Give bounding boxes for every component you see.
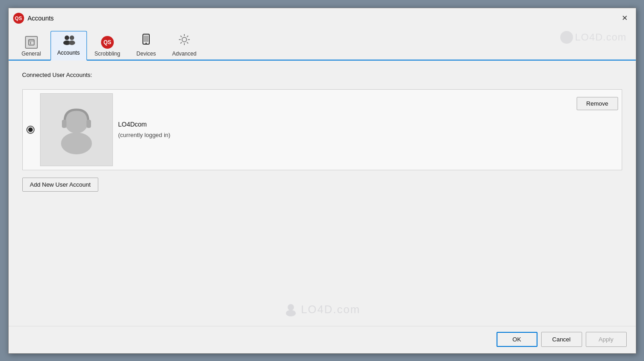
account-list: LO4Dcom (currently logged in) Remove — [22, 89, 622, 170]
watermark-bottom-text: LO4D.com — [301, 303, 360, 316]
avatar-image — [49, 102, 104, 157]
advanced-icon — [178, 33, 191, 49]
apply-button[interactable]: Apply — [586, 332, 627, 347]
tab-scrobbling-label: Scrobbling — [95, 51, 121, 57]
cancel-button[interactable]: Cancel — [541, 332, 582, 347]
watermark-logo-icon — [560, 31, 573, 44]
svg-line-21 — [180, 42, 182, 43]
settings-dialog: LO4D.com QS Accounts ✕ General — [8, 8, 636, 354]
tab-devices[interactable]: Devices — [128, 30, 164, 60]
svg-point-1 — [564, 38, 569, 41]
svg-point-27 — [286, 310, 296, 316]
svg-rect-2 — [29, 40, 34, 45]
bottom-watermark: LO4D.com — [22, 298, 622, 319]
close-button[interactable]: ✕ — [619, 13, 630, 24]
radio-inner — [28, 127, 33, 132]
svg-line-20 — [187, 36, 188, 37]
tab-devices-label: Devices — [137, 51, 156, 57]
account-radio[interactable] — [26, 126, 35, 134]
account-avatar — [40, 93, 113, 166]
account-status: (currently logged in) — [118, 132, 572, 138]
add-new-user-button[interactable]: Add New User Account — [22, 178, 99, 192]
scrobbling-icon: QS — [101, 36, 114, 49]
tab-scrobbling[interactable]: QS Scrobbling — [88, 33, 127, 60]
svg-point-23 — [61, 132, 92, 154]
button-bar: OK Cancel Apply — [9, 326, 636, 353]
ok-button[interactable]: OK — [497, 332, 538, 347]
account-info: LO4Dcom (currently logged in) — [118, 121, 572, 138]
title-bar-left: QS Accounts — [13, 13, 54, 24]
remove-button[interactable]: Remove — [577, 97, 618, 110]
svg-point-8 — [70, 36, 74, 40]
svg-point-6 — [65, 36, 69, 40]
tab-advanced[interactable]: Advanced — [165, 30, 203, 60]
svg-rect-4 — [30, 42, 31, 43]
svg-rect-24 — [62, 120, 66, 128]
section-label: Connected User Accounts: — [22, 71, 622, 78]
app-logo-icon: QS — [13, 13, 24, 24]
svg-rect-25 — [86, 120, 91, 128]
content-area: Connected User Accounts: LO4Dcom (curren… — [9, 61, 636, 326]
svg-point-9 — [69, 41, 75, 45]
tab-accounts[interactable]: Accounts — [51, 31, 87, 61]
title-bar: QS Accounts ✕ — [9, 8, 636, 27]
tab-general-label: General — [21, 51, 41, 57]
svg-line-19 — [187, 42, 188, 43]
svg-rect-5 — [30, 43, 31, 44]
svg-point-12 — [146, 42, 147, 44]
account-username: LO4Dcom — [118, 121, 572, 128]
dialog-title: Accounts — [28, 15, 54, 22]
tab-general[interactable]: General — [13, 33, 50, 60]
watermark-icon — [284, 302, 298, 317]
top-right-watermark: LO4D.com — [560, 31, 626, 44]
tab-accounts-label: Accounts — [57, 50, 80, 56]
svg-rect-11 — [144, 36, 148, 42]
svg-point-0 — [565, 34, 568, 38]
general-icon — [25, 36, 38, 49]
accounts-icon — [62, 34, 75, 48]
svg-point-13 — [182, 37, 187, 42]
devices-icon — [141, 33, 152, 49]
watermark-text: LO4D.com — [575, 31, 626, 43]
tab-advanced-label: Advanced — [172, 51, 196, 57]
tab-bar: General Accounts QS Scrobbling — [9, 27, 636, 61]
svg-line-18 — [180, 36, 182, 37]
svg-point-26 — [288, 304, 294, 310]
